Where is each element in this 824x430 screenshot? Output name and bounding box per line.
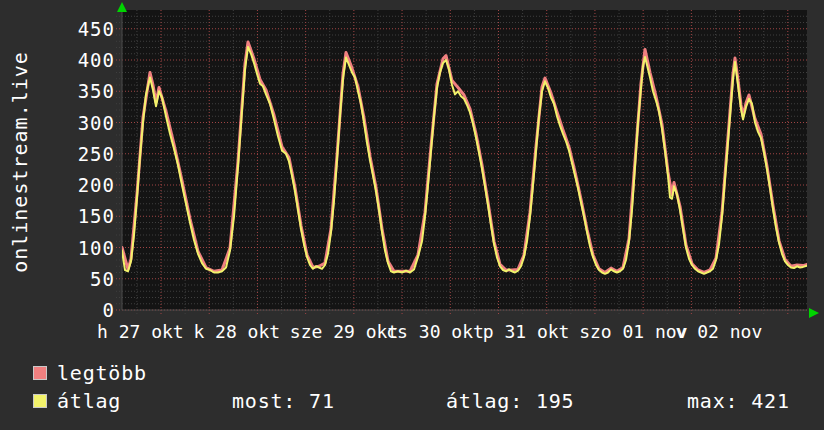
legend-label-atlag: átlag [57, 390, 121, 412]
stat-max: max: 421 [687, 390, 790, 412]
x-tick-label: szo 01 nov [579, 321, 687, 343]
rrd-graph: onlinestream.live 0501001502002503003504… [0, 0, 824, 430]
x-tick-label: k 28 okt [193, 321, 280, 343]
x-axis-right-arrow-icon [809, 308, 819, 318]
legend-swatch-legtobb [33, 366, 47, 380]
stat-most: most: 71 [232, 390, 335, 412]
y-axis-up-arrow-icon [117, 2, 127, 12]
x-tick-label: cs 30 okt [386, 321, 484, 343]
plot-area [100, 0, 824, 320]
stat-atlag: átlag: 195 [446, 390, 574, 412]
x-tick-label: h 27 okt [97, 321, 184, 343]
legend-label-legtobb: legtöbb [57, 362, 147, 384]
legend-swatch-atlag [33, 394, 47, 408]
x-tick-label: sze 29 okt [290, 321, 398, 343]
x-tick-label: v 02 nov [676, 321, 763, 343]
x-tick-label: p 31 okt [483, 321, 570, 343]
